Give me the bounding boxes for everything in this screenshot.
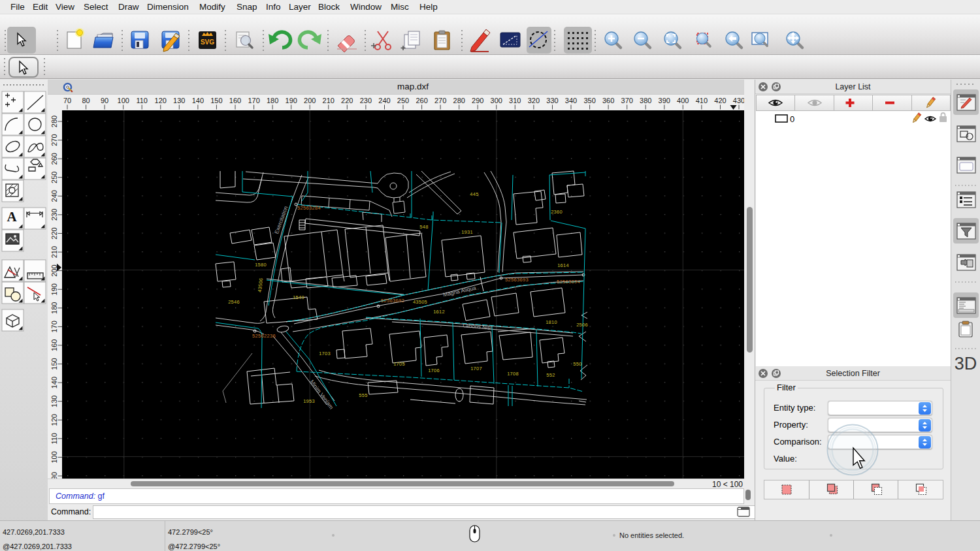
svg-text:160: 160 bbox=[50, 339, 58, 351]
svg-text:0: 0 bbox=[790, 114, 794, 124]
svg-text:190: 190 bbox=[50, 283, 58, 295]
svg-text:A: A bbox=[7, 209, 17, 225]
svg-text:300: 300 bbox=[491, 97, 502, 104]
svg-text:550: 550 bbox=[573, 361, 581, 367]
svg-text:90: 90 bbox=[101, 97, 108, 104]
svg-text:1708: 1708 bbox=[507, 371, 519, 377]
svg-text:110: 110 bbox=[136, 97, 148, 104]
svg-text:280: 280 bbox=[453, 97, 465, 104]
svg-text:52562236: 52562236 bbox=[252, 333, 276, 339]
svg-text:80: 80 bbox=[82, 97, 90, 104]
svg-text:SVG: SVG bbox=[201, 39, 214, 46]
svg-text:2360: 2360 bbox=[551, 209, 563, 215]
svg-text:190: 190 bbox=[286, 97, 297, 104]
svg-text:1706: 1706 bbox=[428, 368, 440, 373]
svg-text:140: 140 bbox=[192, 97, 204, 104]
svg-text:52563692: 52563692 bbox=[381, 298, 404, 304]
svg-text:130: 130 bbox=[173, 97, 185, 104]
svg-text:310: 310 bbox=[509, 97, 521, 104]
svg-text:240: 240 bbox=[50, 190, 58, 202]
svg-text:330: 330 bbox=[546, 97, 558, 104]
svg-text:250: 250 bbox=[397, 97, 409, 104]
svg-text:120: 120 bbox=[50, 414, 58, 426]
svg-text:52563693: 52563693 bbox=[505, 277, 529, 283]
svg-text:1612: 1612 bbox=[433, 309, 445, 315]
svg-text:170: 170 bbox=[50, 321, 58, 332]
svg-text:220: 220 bbox=[341, 97, 353, 104]
svg-text:180: 180 bbox=[50, 302, 58, 314]
svg-text:380: 380 bbox=[640, 97, 651, 104]
svg-text:420: 420 bbox=[714, 97, 726, 104]
svg-text:160: 160 bbox=[229, 97, 241, 104]
svg-text:1703: 1703 bbox=[319, 351, 331, 356]
svg-text:52563694: 52563694 bbox=[557, 279, 580, 285]
svg-text:445: 445 bbox=[470, 191, 478, 197]
svg-text:1953: 1953 bbox=[303, 398, 315, 404]
svg-text:290: 290 bbox=[472, 97, 483, 104]
svg-text:3D: 3D bbox=[955, 354, 977, 373]
svg-text:210: 210 bbox=[323, 97, 335, 104]
svg-text:150: 150 bbox=[210, 97, 222, 104]
svg-text:250: 250 bbox=[50, 172, 58, 183]
svg-text:100: 100 bbox=[118, 97, 129, 104]
svg-text:1810: 1810 bbox=[546, 319, 557, 325]
svg-text:260: 260 bbox=[50, 153, 58, 165]
svg-text:270: 270 bbox=[434, 97, 446, 104]
svg-text:552: 552 bbox=[546, 372, 555, 378]
svg-text:230: 230 bbox=[50, 209, 58, 221]
svg-text:280: 280 bbox=[50, 116, 58, 127]
svg-text:1614: 1614 bbox=[557, 262, 569, 268]
svg-text:1707: 1707 bbox=[470, 366, 482, 371]
svg-text:130: 130 bbox=[50, 396, 58, 407]
svg-text:400: 400 bbox=[677, 97, 689, 104]
svg-text:140: 140 bbox=[50, 377, 58, 388]
svg-text:240: 240 bbox=[378, 97, 390, 104]
svg-text:52563284: 52563284 bbox=[297, 205, 321, 211]
svg-text:350: 350 bbox=[583, 97, 595, 104]
svg-text:100: 100 bbox=[50, 451, 58, 463]
svg-text:70: 70 bbox=[63, 97, 71, 104]
svg-text:2546: 2546 bbox=[228, 299, 240, 305]
svg-text:270: 270 bbox=[50, 134, 58, 146]
svg-text:120: 120 bbox=[155, 97, 167, 104]
svg-text:430: 430 bbox=[733, 97, 744, 104]
svg-text:1580: 1580 bbox=[255, 262, 267, 268]
svg-text:180: 180 bbox=[267, 97, 278, 104]
svg-text:170: 170 bbox=[248, 97, 259, 104]
svg-text:1549: 1549 bbox=[293, 294, 304, 300]
svg-text:1705: 1705 bbox=[393, 361, 405, 367]
svg-text:260: 260 bbox=[416, 97, 427, 104]
svg-text:2506: 2506 bbox=[576, 322, 588, 328]
svg-text:230: 230 bbox=[360, 97, 372, 104]
svg-text:548: 548 bbox=[419, 224, 428, 230]
svg-text:370: 370 bbox=[621, 97, 633, 104]
svg-text:210: 210 bbox=[50, 246, 58, 258]
svg-text:410: 410 bbox=[696, 97, 708, 104]
svg-text:555: 555 bbox=[359, 392, 367, 398]
svg-text:150: 150 bbox=[50, 358, 58, 370]
svg-text:1931: 1931 bbox=[461, 229, 473, 235]
svg-text:360: 360 bbox=[602, 97, 614, 104]
svg-text:110: 110 bbox=[50, 433, 58, 445]
svg-text:390: 390 bbox=[659, 97, 670, 104]
svg-text:340: 340 bbox=[565, 97, 577, 104]
svg-text:43505: 43505 bbox=[413, 299, 427, 305]
svg-text:320: 320 bbox=[528, 97, 540, 104]
svg-text:200: 200 bbox=[304, 97, 316, 104]
svg-text:220: 220 bbox=[50, 227, 58, 239]
